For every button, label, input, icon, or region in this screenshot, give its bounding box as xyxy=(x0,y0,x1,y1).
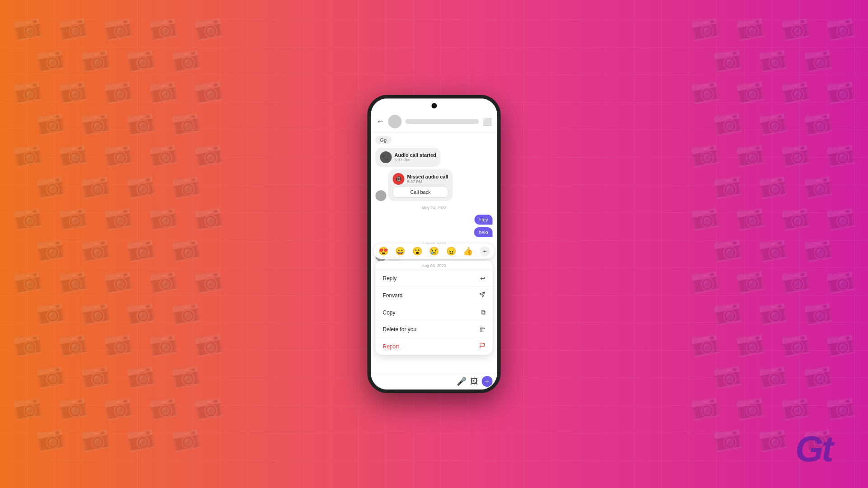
my-message-helo: helo xyxy=(474,227,493,237)
date-separator-may: May 24, 2023 xyxy=(376,206,493,210)
forward-label: Forward xyxy=(383,292,403,299)
call-started-icon: 📞 xyxy=(380,151,392,163)
emoji-thumbsup[interactable]: 👍 xyxy=(463,246,473,256)
screen: ← ⬜ Gg 📞 Audio call started 5:37 PM xyxy=(371,99,497,389)
report-icon xyxy=(479,343,486,350)
delete-icon: 🗑 xyxy=(479,326,486,333)
copy-icon: ⧉ xyxy=(481,309,486,316)
missed-call-title: Missed audio call xyxy=(407,174,448,179)
screen-share-icon[interactable]: ⬜ xyxy=(483,117,492,126)
context-menu: Aug 08, 2023 Reply ↩ Forward xyxy=(376,261,493,355)
missed-call-bubble-row: 📵 Missed audio call 5:37 PM Call back xyxy=(376,169,493,201)
emoji-angry[interactable]: 😠 xyxy=(446,246,456,256)
gt-logo: Gt xyxy=(795,428,832,470)
add-button[interactable]: + xyxy=(482,376,493,387)
reply-icon: ↩ xyxy=(480,275,486,282)
phone-wrapper: ← ⬜ Gg 📞 Audio call started 5:37 PM xyxy=(368,95,501,393)
context-reply[interactable]: Reply ↩ xyxy=(376,270,493,287)
back-button[interactable]: ← xyxy=(377,117,385,127)
context-report[interactable]: Report xyxy=(376,338,493,355)
delete-label: Delete for you xyxy=(383,326,417,333)
context-menu-date: Aug 08, 2023 xyxy=(376,261,493,270)
missed-call-icon: 📵 xyxy=(393,173,405,185)
emoji-love[interactable]: 😍 xyxy=(378,246,388,256)
emoji-wow[interactable]: 😮 xyxy=(412,246,422,256)
report-label: Report xyxy=(383,343,399,350)
context-delete[interactable]: Delete for you 🗑 xyxy=(376,321,493,338)
phone-camera xyxy=(431,103,437,108)
missed-call-bubble: 📵 Missed audio call 5:37 PM Call back xyxy=(388,169,453,201)
context-copy[interactable]: Copy ⧉ xyxy=(376,304,493,321)
reply-label: Reply xyxy=(383,275,397,282)
forward-icon xyxy=(479,291,486,299)
audio-call-row: 📞 Audio call started 5:37 PM xyxy=(380,151,436,163)
missed-call-time: 5:37 PM xyxy=(407,179,448,184)
call-back-button[interactable]: Call back xyxy=(393,187,448,197)
missed-call-info: Missed audio call 5:37 PM xyxy=(407,174,448,184)
emoji-laugh[interactable]: 😄 xyxy=(395,246,405,256)
mic-button[interactable]: 🎤 xyxy=(457,376,467,386)
emoji-more-button[interactable]: + xyxy=(480,246,490,256)
audio-call-bubble: 📞 Audio call started 5:37 PM xyxy=(376,148,441,167)
bottom-bar: 🎤 🖼 + xyxy=(371,373,497,389)
emoji-reaction-bar[interactable]: 😍 😄 😮 😢 😠 👍 + xyxy=(374,244,495,259)
audio-call-bubble-row: 📞 Audio call started 5:37 PM xyxy=(376,148,493,167)
missed-call-row: 📵 Missed audio call 5:37 PM xyxy=(393,173,448,185)
chat-body: Gg 📞 Audio call started 5:37 PM xyxy=(371,132,497,373)
my-message-hey: Hey xyxy=(475,215,493,225)
contact-name xyxy=(406,119,479,124)
context-forward[interactable]: Forward xyxy=(376,287,493,304)
contact-avatar xyxy=(388,115,402,128)
audio-call-time: 5:37 PM xyxy=(395,158,436,162)
image-button[interactable]: 🖼 xyxy=(470,377,478,386)
audio-call-info: Audio call started 5:37 PM xyxy=(395,152,436,162)
copy-label: Copy xyxy=(383,310,396,316)
sender-avatar xyxy=(376,190,387,201)
gg-label: Gg xyxy=(376,136,392,144)
emoji-sad[interactable]: 😢 xyxy=(429,246,439,256)
audio-call-title: Audio call started xyxy=(395,152,436,158)
phone: ← ⬜ Gg 📞 Audio call started 5:37 PM xyxy=(368,95,501,393)
